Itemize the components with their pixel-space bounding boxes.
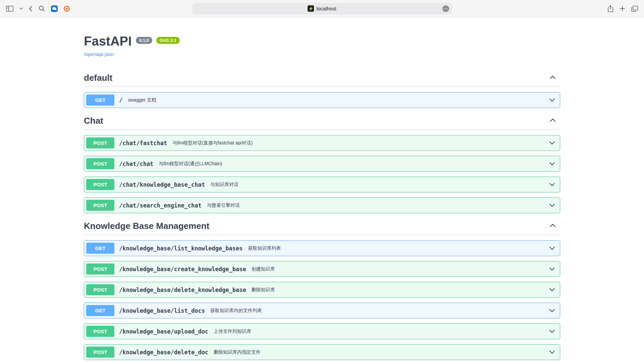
- address-url: localhost: [316, 6, 336, 11]
- endpoint-description: 删除知识库内指定文件: [214, 349, 546, 355]
- endpoint-path: /knowledge_base/create_knowledge_base: [119, 266, 246, 273]
- tag-section: default GET / swagger 文档: [84, 70, 560, 108]
- endpoint-path: /knowledge_base/list_docs: [119, 307, 205, 314]
- browser-toolbar: ⚡ localhost ⋯: [0, 0, 644, 17]
- collapse-section-button[interactable]: [545, 224, 560, 229]
- endpoint-row[interactable]: POST /knowledge_base/delete_knowledge_ba…: [84, 282, 560, 298]
- endpoint-row[interactable]: POST /chat/knowledge_base_chat 与知识库对话: [84, 177, 560, 192]
- collapse-section-button[interactable]: [545, 118, 560, 123]
- method-badge: GET: [86, 305, 114, 316]
- share-button[interactable]: [607, 5, 613, 12]
- tag-section: Knowledge Base Management GET /knowledge…: [84, 218, 560, 362]
- endpoint-description: 与llm模型对话(直接与fastchat api对话): [172, 140, 546, 146]
- chevron-down-icon: [550, 289, 555, 291]
- method-badge: POST: [86, 347, 114, 358]
- target-extension-icon[interactable]: [64, 6, 70, 12]
- chevron-up-icon: [550, 76, 555, 79]
- endpoint-description: 与知识库对话: [210, 182, 546, 188]
- method-badge: POST: [86, 263, 114, 275]
- endpoint-description: 与搜索引擎对话: [207, 202, 546, 208]
- endpoint-list: GET /knowledge_base/list_knowledge_bases…: [84, 240, 560, 362]
- endpoint-description: 获取知识库内的文件列表: [210, 308, 546, 314]
- endpoint-row[interactable]: POST /chat/search_engine_chat 与搜索引擎对话: [84, 197, 560, 213]
- chevron-down-icon: [550, 309, 555, 312]
- sidebar-toggle-button[interactable]: [6, 6, 13, 12]
- endpoint-description: 上传文件到知识库: [214, 328, 546, 335]
- endpoint-path: /knowledge_base/upload_doc: [119, 328, 208, 335]
- sections: default GET / swagger 文档 Chat: [84, 70, 560, 362]
- expand-endpoint-button[interactable]: [546, 309, 558, 312]
- endpoint-row[interactable]: POST /chat/fastchat 与llm模型对话(直接与fastchat…: [84, 135, 560, 151]
- endpoint-path: /: [119, 97, 122, 104]
- version-badge: 0.1.0: [136, 37, 152, 44]
- endpoint-list: GET / swagger 文档: [84, 92, 560, 108]
- endpoint-row[interactable]: POST /chat/chat 与llm模型对话(通过LLMChain): [84, 156, 560, 172]
- chevron-down-icon: [550, 163, 555, 165]
- tag-section: Chat POST /chat/fastchat 与llm模型对话(直接与fas…: [84, 113, 560, 213]
- chevron-down-icon: [550, 183, 555, 186]
- back-button[interactable]: [29, 6, 33, 12]
- method-badge: POST: [86, 284, 114, 295]
- chevron-down-icon: [550, 351, 555, 354]
- endpoint-row[interactable]: POST /knowledge_base/delete_doc 删除知识库内指定…: [84, 344, 560, 360]
- endpoint-path: /chat/search_engine_chat: [119, 202, 202, 209]
- swagger-page: FastAPI 0.1.0 OAS 3.1 /openapi.json defa…: [0, 17, 644, 362]
- expand-endpoint-button[interactable]: [546, 246, 558, 250]
- expand-endpoint-button[interactable]: [546, 350, 558, 354]
- expand-endpoint-button[interactable]: [546, 141, 558, 145]
- oas-badge: OAS 3.1: [156, 37, 180, 44]
- endpoint-list: POST /chat/fastchat 与llm模型对话(直接与fastchat…: [84, 135, 560, 213]
- endpoint-path: /chat/knowledge_base_chat: [119, 181, 205, 188]
- endpoint-row[interactable]: GET /knowledge_base/list_docs 获取知识库内的文件列…: [84, 303, 560, 318]
- section-header[interactable]: Knowledge Base Management: [84, 218, 560, 235]
- endpoint-path: /chat/chat: [119, 161, 153, 167]
- endpoint-path: /knowledge_base/list_knowledge_bases: [119, 245, 243, 252]
- method-badge: POST: [86, 200, 114, 211]
- openapi-spec-link[interactable]: /openapi.json: [84, 51, 114, 57]
- sidebar-chevron-down-icon[interactable]: [19, 7, 23, 10]
- endpoint-row[interactable]: GET /knowledge_base/list_knowledge_bases…: [84, 240, 560, 256]
- endpoint-path: /chat/fastchat: [119, 140, 167, 146]
- expand-endpoint-button[interactable]: [546, 203, 558, 207]
- endpoint-description: 与llm模型对话(通过LLMChain): [159, 161, 546, 167]
- endpoint-description: 删除知识库: [252, 287, 546, 293]
- new-tab-button[interactable]: [620, 6, 625, 11]
- method-badge: POST: [86, 158, 114, 169]
- expand-endpoint-button[interactable]: [546, 98, 558, 102]
- expand-endpoint-button[interactable]: [546, 183, 558, 186]
- chevron-down-icon: [550, 142, 555, 144]
- endpoint-path: /knowledge_base/delete_knowledge_base: [119, 287, 246, 293]
- endpoint-description: 创建知识库: [252, 266, 546, 272]
- endpoint-description: 获取知识库列表: [248, 245, 546, 251]
- expand-endpoint-button[interactable]: [546, 267, 558, 271]
- chevron-down-icon: [550, 247, 555, 250]
- site-favicon: ⚡: [308, 5, 314, 12]
- tab-overview-button[interactable]: [631, 6, 638, 12]
- section-title: Knowledge Base Management: [84, 221, 209, 231]
- method-badge: POST: [86, 137, 114, 148]
- expand-endpoint-button[interactable]: [546, 162, 558, 166]
- endpoint-row[interactable]: POST /knowledge_base/upload_doc 上传文件到知识库: [84, 323, 560, 339]
- search-icon[interactable]: [39, 5, 45, 12]
- chevron-down-icon: [550, 330, 555, 333]
- chevron-up-icon: [550, 119, 555, 122]
- address-bar[interactable]: ⚡ localhost ⋯: [192, 3, 452, 14]
- method-badge: GET: [86, 243, 114, 254]
- endpoint-path: /knowledge_base/delete_doc: [119, 349, 208, 356]
- page-options-icon[interactable]: ⋯: [442, 5, 449, 12]
- endpoint-row[interactable]: GET / swagger 文档: [84, 92, 560, 108]
- method-badge: GET: [86, 95, 114, 106]
- method-badge: POST: [86, 326, 114, 337]
- collapse-section-button[interactable]: [545, 75, 560, 80]
- chevron-up-icon: [550, 224, 555, 227]
- expand-endpoint-button[interactable]: [546, 288, 558, 292]
- bird-extension-icon[interactable]: [51, 5, 58, 12]
- method-badge: POST: [86, 179, 114, 190]
- endpoint-description: swagger 文档: [128, 97, 546, 103]
- expand-endpoint-button[interactable]: [546, 329, 558, 333]
- section-header[interactable]: default: [84, 70, 560, 87]
- chevron-down-icon: [550, 268, 555, 270]
- section-header[interactable]: Chat: [84, 113, 560, 130]
- chevron-down-icon: [550, 204, 555, 207]
- endpoint-row[interactable]: POST /knowledge_base/create_knowledge_ba…: [84, 261, 560, 277]
